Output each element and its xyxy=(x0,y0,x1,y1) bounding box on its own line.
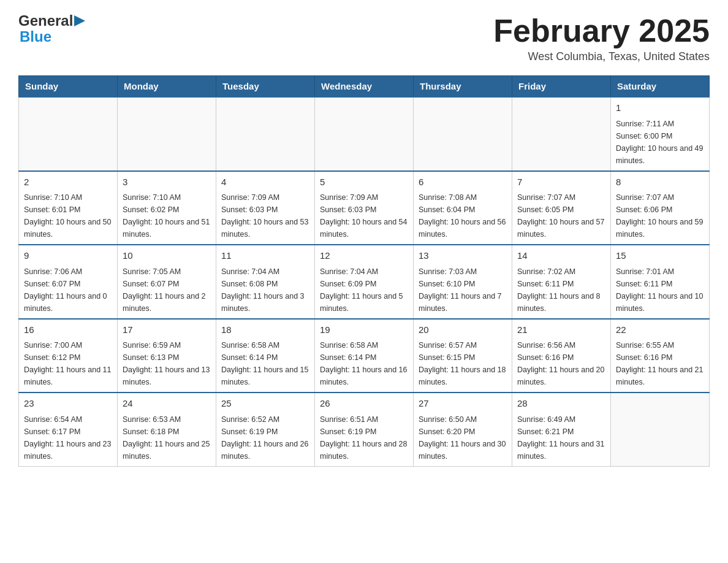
day-number: 4 xyxy=(221,175,309,190)
table-row: 22Sunrise: 6:55 AMSunset: 6:16 PMDayligh… xyxy=(611,319,710,393)
table-row: 7Sunrise: 7:07 AMSunset: 6:05 PMDaylight… xyxy=(512,171,611,245)
calendar-week-row: 9Sunrise: 7:06 AMSunset: 6:07 PMDaylight… xyxy=(19,245,710,319)
table-row: 8Sunrise: 7:07 AMSunset: 6:06 PMDaylight… xyxy=(611,171,710,245)
table-row: 24Sunrise: 6:53 AMSunset: 6:18 PMDayligh… xyxy=(118,393,216,466)
day-info: Sunrise: 7:07 AMSunset: 6:06 PMDaylight:… xyxy=(616,191,704,240)
table-row: 23Sunrise: 6:54 AMSunset: 6:17 PMDayligh… xyxy=(19,393,118,466)
table-row: 20Sunrise: 6:57 AMSunset: 6:15 PMDayligh… xyxy=(414,319,512,393)
day-number: 26 xyxy=(320,397,408,411)
table-row: 27Sunrise: 6:50 AMSunset: 6:20 PMDayligh… xyxy=(414,393,512,466)
day-number: 23 xyxy=(24,397,112,411)
table-row: 13Sunrise: 7:03 AMSunset: 6:10 PMDayligh… xyxy=(414,245,512,319)
day-number: 12 xyxy=(320,249,408,263)
day-info: Sunrise: 7:09 AMSunset: 6:03 PMDaylight:… xyxy=(221,191,309,240)
table-row xyxy=(512,97,611,171)
day-number: 21 xyxy=(517,323,605,337)
day-number: 15 xyxy=(616,249,704,263)
day-number: 22 xyxy=(616,323,704,337)
day-info: Sunrise: 7:04 AMSunset: 6:08 PMDaylight:… xyxy=(221,266,309,315)
table-row: 15Sunrise: 7:01 AMSunset: 6:11 PMDayligh… xyxy=(611,245,710,319)
logo-blue-text: Blue xyxy=(20,28,51,45)
day-info: Sunrise: 7:06 AMSunset: 6:07 PMDaylight:… xyxy=(24,266,112,315)
table-row: 14Sunrise: 7:02 AMSunset: 6:11 PMDayligh… xyxy=(512,245,611,319)
day-number: 24 xyxy=(123,397,211,411)
table-row: 6Sunrise: 7:08 AMSunset: 6:04 PMDaylight… xyxy=(414,171,512,245)
day-number: 13 xyxy=(419,249,507,263)
day-number: 27 xyxy=(419,397,507,411)
logo-general-text: General xyxy=(18,12,73,29)
svg-marker-0 xyxy=(74,15,85,26)
day-info: Sunrise: 6:51 AMSunset: 6:19 PMDaylight:… xyxy=(320,413,408,462)
day-info: Sunrise: 6:53 AMSunset: 6:18 PMDaylight:… xyxy=(123,413,211,462)
col-monday: Monday xyxy=(118,76,216,98)
table-row xyxy=(216,97,315,171)
table-row: 19Sunrise: 6:58 AMSunset: 6:14 PMDayligh… xyxy=(315,319,414,393)
day-number: 17 xyxy=(123,323,211,337)
day-number: 28 xyxy=(517,397,605,411)
day-info: Sunrise: 7:02 AMSunset: 6:11 PMDaylight:… xyxy=(517,266,605,315)
table-row xyxy=(414,97,512,171)
col-thursday: Thursday xyxy=(414,76,512,98)
day-info: Sunrise: 7:09 AMSunset: 6:03 PMDaylight:… xyxy=(320,191,408,240)
day-info: Sunrise: 6:54 AMSunset: 6:17 PMDaylight:… xyxy=(24,413,112,462)
day-number: 19 xyxy=(320,323,408,337)
day-info: Sunrise: 6:50 AMSunset: 6:20 PMDaylight:… xyxy=(419,413,507,462)
day-info: Sunrise: 7:04 AMSunset: 6:09 PMDaylight:… xyxy=(320,266,408,315)
table-row: 17Sunrise: 6:59 AMSunset: 6:13 PMDayligh… xyxy=(118,319,216,393)
day-number: 7 xyxy=(517,175,605,190)
table-row: 2Sunrise: 7:10 AMSunset: 6:01 PMDaylight… xyxy=(19,171,118,245)
calendar-week-row: 1Sunrise: 7:11 AMSunset: 6:00 PMDaylight… xyxy=(19,97,710,171)
col-saturday: Saturday xyxy=(611,76,710,98)
col-tuesday: Tuesday xyxy=(216,76,315,98)
table-row: 21Sunrise: 6:56 AMSunset: 6:16 PMDayligh… xyxy=(512,319,611,393)
calendar-week-row: 2Sunrise: 7:10 AMSunset: 6:01 PMDaylight… xyxy=(19,171,710,245)
day-info: Sunrise: 7:10 AMSunset: 6:02 PMDaylight:… xyxy=(123,191,211,240)
table-row: 10Sunrise: 7:05 AMSunset: 6:07 PMDayligh… xyxy=(118,245,216,319)
main-title: February 2025 xyxy=(493,12,710,49)
day-number: 10 xyxy=(123,249,211,263)
table-row xyxy=(19,97,118,171)
calendar-header-row: Sunday Monday Tuesday Wednesday Thursday… xyxy=(19,76,710,98)
table-row: 11Sunrise: 7:04 AMSunset: 6:08 PMDayligh… xyxy=(216,245,315,319)
calendar-week-row: 16Sunrise: 7:00 AMSunset: 6:12 PMDayligh… xyxy=(19,319,710,393)
table-row: 12Sunrise: 7:04 AMSunset: 6:09 PMDayligh… xyxy=(315,245,414,319)
table-row: 3Sunrise: 7:10 AMSunset: 6:02 PMDaylight… xyxy=(118,171,216,245)
day-number: 14 xyxy=(517,249,605,263)
table-row xyxy=(118,97,216,171)
table-row: 4Sunrise: 7:09 AMSunset: 6:03 PMDaylight… xyxy=(216,171,315,245)
logo: General Blue xyxy=(18,12,85,45)
table-row xyxy=(611,393,710,466)
calendar-table: Sunday Monday Tuesday Wednesday Thursday… xyxy=(18,75,710,467)
day-number: 9 xyxy=(24,249,112,263)
day-info: Sunrise: 6:58 AMSunset: 6:14 PMDaylight:… xyxy=(221,339,309,388)
col-friday: Friday xyxy=(512,76,611,98)
day-info: Sunrise: 6:52 AMSunset: 6:19 PMDaylight:… xyxy=(221,413,309,462)
day-info: Sunrise: 6:49 AMSunset: 6:21 PMDaylight:… xyxy=(517,413,605,462)
logo-arrow-icon xyxy=(74,15,85,26)
day-info: Sunrise: 7:11 AMSunset: 6:00 PMDaylight:… xyxy=(616,118,704,167)
table-row: 26Sunrise: 6:51 AMSunset: 6:19 PMDayligh… xyxy=(315,393,414,466)
col-sunday: Sunday xyxy=(19,76,118,98)
day-number: 2 xyxy=(24,175,112,190)
table-row: 1Sunrise: 7:11 AMSunset: 6:00 PMDaylight… xyxy=(611,97,710,171)
col-wednesday: Wednesday xyxy=(315,76,414,98)
calendar-week-row: 23Sunrise: 6:54 AMSunset: 6:17 PMDayligh… xyxy=(19,393,710,466)
day-number: 5 xyxy=(320,175,408,190)
day-info: Sunrise: 7:00 AMSunset: 6:12 PMDaylight:… xyxy=(24,339,112,388)
table-row: 9Sunrise: 7:06 AMSunset: 6:07 PMDaylight… xyxy=(19,245,118,319)
day-info: Sunrise: 7:03 AMSunset: 6:10 PMDaylight:… xyxy=(419,266,507,315)
day-number: 16 xyxy=(24,323,112,337)
day-number: 20 xyxy=(419,323,507,337)
day-info: Sunrise: 6:59 AMSunset: 6:13 PMDaylight:… xyxy=(123,339,211,388)
day-info: Sunrise: 6:56 AMSunset: 6:16 PMDaylight:… xyxy=(517,339,605,388)
day-number: 18 xyxy=(221,323,309,337)
table-row xyxy=(315,97,414,171)
title-section: February 2025 West Columbia, Texas, Unit… xyxy=(493,12,710,63)
day-info: Sunrise: 7:10 AMSunset: 6:01 PMDaylight:… xyxy=(24,191,112,240)
day-info: Sunrise: 6:58 AMSunset: 6:14 PMDaylight:… xyxy=(320,339,408,388)
table-row: 16Sunrise: 7:00 AMSunset: 6:12 PMDayligh… xyxy=(19,319,118,393)
day-info: Sunrise: 7:07 AMSunset: 6:05 PMDaylight:… xyxy=(517,191,605,240)
table-row: 25Sunrise: 6:52 AMSunset: 6:19 PMDayligh… xyxy=(216,393,315,466)
page-header: General Blue February 2025 West Columbia… xyxy=(18,12,710,63)
table-row: 18Sunrise: 6:58 AMSunset: 6:14 PMDayligh… xyxy=(216,319,315,393)
